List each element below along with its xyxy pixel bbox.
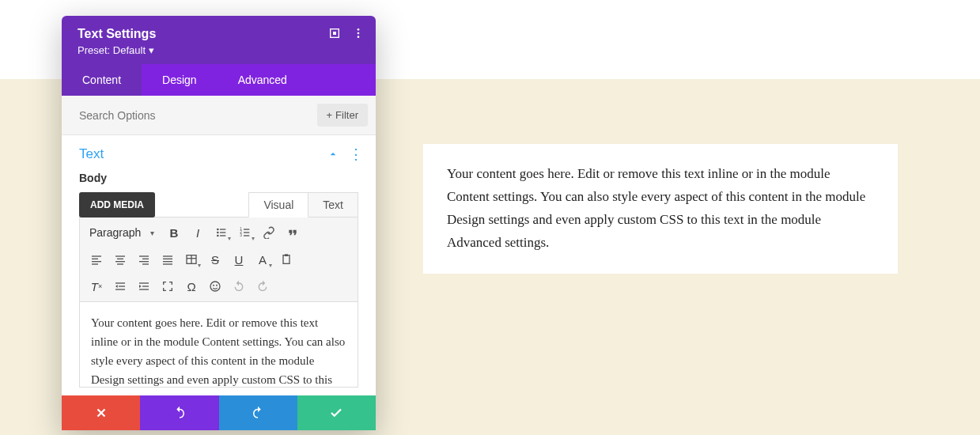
svg-point-47 [213,285,214,286]
svg-point-46 [210,282,220,291]
panel-title: Text Settings [78,27,360,41]
undo-button[interactable] [140,395,218,430]
tabs: Content Design Advanced [62,64,376,96]
close-button[interactable] [62,395,140,430]
quote-icon[interactable] [282,222,303,243]
svg-rect-38 [115,282,125,283]
svg-point-9 [217,235,219,237]
svg-point-48 [216,285,218,286]
svg-rect-42 [139,282,149,283]
section-kebab-icon[interactable]: ⋮ [349,147,363,161]
tab-content[interactable]: Content [62,64,142,96]
indent-icon[interactable] [134,276,154,297]
section-title[interactable]: Text [79,146,327,162]
align-right-icon[interactable] [134,249,154,270]
format-select[interactable]: Paragraph [86,223,156,242]
svg-rect-19 [92,261,101,262]
align-left-icon[interactable] [86,249,107,270]
svg-rect-27 [139,261,149,262]
table-icon[interactable] [181,249,202,270]
fullscreen-icon[interactable] [157,276,178,297]
panel-preset[interactable]: Preset: Default ▾ [78,44,360,56]
italic-icon[interactable]: I [187,222,208,243]
svg-rect-8 [220,232,225,233]
svg-rect-44 [142,286,149,286]
svg-rect-20 [92,263,98,264]
search-row: + Filter [62,96,376,135]
search-input[interactable] [79,109,317,122]
save-button[interactable] [297,395,376,430]
svg-text:3: 3 [240,233,242,237]
svg-rect-45 [139,289,149,289]
align-center-icon[interactable] [110,249,131,270]
panel-header: Text Settings Preset: Default ▾ [62,16,376,64]
svg-point-7 [217,232,219,234]
svg-rect-32 [163,263,172,264]
svg-point-2 [358,28,360,31]
settings-panel: Text Settings Preset: Default ▾ Content … [62,16,376,430]
editor-area: ADD MEDIA Visual Text Paragraph B I 123 [62,192,376,395]
outdent-icon[interactable] [110,276,131,297]
tab-advanced[interactable]: Advanced [218,64,308,96]
svg-rect-12 [244,229,249,229]
collapse-icon[interactable] [327,148,339,161]
expand-icon[interactable] [328,27,341,40]
add-media-button[interactable]: ADD MEDIA [79,192,155,218]
text-preview[interactable]: Your content goes here. Edit or remove t… [423,144,898,274]
section-head: Text ⋮ [62,135,376,170]
format-select-wrap[interactable]: Paragraph [86,223,156,242]
editor-tab-text[interactable]: Text [308,192,358,218]
svg-rect-25 [139,255,149,256]
kebab-icon[interactable] [352,27,365,40]
editor-content[interactable]: Your content goes here. Edit or remove t… [79,302,358,388]
editor-tab-visual[interactable]: Visual [248,192,308,218]
svg-rect-10 [220,235,225,236]
svg-marker-43 [139,285,142,288]
svg-rect-14 [244,232,249,233]
tab-design[interactable]: Design [142,64,218,96]
underline-icon[interactable]: U [229,249,249,270]
svg-rect-21 [115,255,125,256]
svg-rect-1 [333,32,336,35]
header-icons [328,27,365,40]
svg-rect-40 [119,286,125,286]
filter-label: Filter [335,109,358,121]
editor-tabs: Visual Text [249,192,358,218]
editor-top: ADD MEDIA Visual Text [79,192,358,218]
bold-icon[interactable]: B [164,222,184,243]
svg-rect-28 [142,263,149,264]
clear-format-icon[interactable]: T× [86,276,107,297]
svg-rect-17 [92,255,101,256]
svg-marker-39 [115,285,118,288]
filter-button[interactable]: + Filter [317,104,368,127]
footer-actions [62,395,376,430]
svg-rect-22 [117,259,123,259]
undo-icon[interactable] [229,276,249,297]
toolbar: Paragraph B I 123 S U A T× Ω [79,217,358,302]
svg-point-4 [358,36,360,38]
bullet-list-icon[interactable] [211,222,232,243]
svg-rect-41 [115,289,125,289]
svg-rect-26 [142,259,149,259]
emoji-icon[interactable] [205,276,225,297]
svg-rect-37 [285,254,288,256]
paste-icon[interactable] [276,249,297,270]
text-color-icon[interactable]: A [252,249,273,270]
svg-point-5 [217,229,219,231]
svg-rect-23 [115,261,125,262]
numbered-list-icon[interactable]: 123 [235,222,255,243]
plus-icon: + [327,109,333,121]
svg-rect-29 [163,255,172,256]
svg-rect-16 [244,235,249,236]
redo-icon[interactable] [252,276,273,297]
redo-button[interactable] [219,395,297,430]
link-icon[interactable] [259,222,279,243]
strikethrough-icon[interactable]: S [205,249,225,270]
svg-rect-18 [92,259,98,259]
body-label: Body [62,170,376,192]
svg-rect-30 [163,259,172,259]
svg-point-3 [358,32,360,35]
preview-content: Your content goes here. Edit or remove t… [447,166,865,250]
align-justify-icon[interactable] [157,249,178,270]
special-char-icon[interactable]: Ω [181,276,202,297]
